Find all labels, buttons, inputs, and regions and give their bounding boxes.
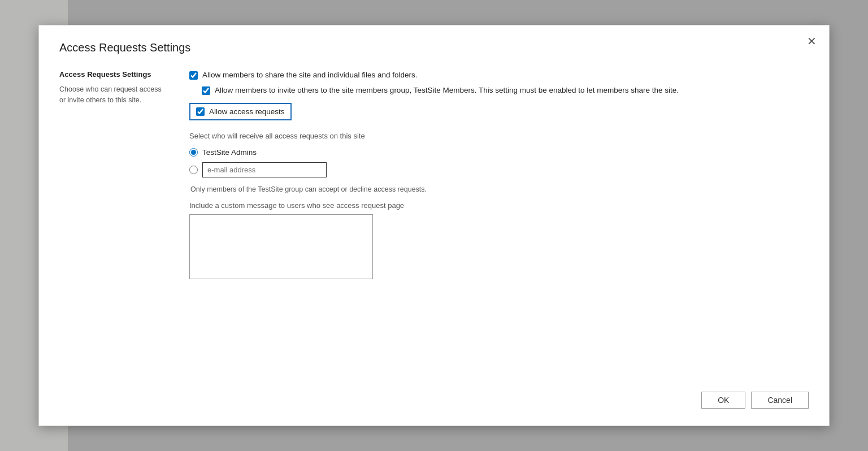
- helper-text: Only members of the TestSite group can a…: [190, 185, 809, 193]
- close-button[interactable]: ✕: [807, 36, 817, 47]
- ok-button[interactable]: OK: [701, 392, 745, 409]
- main-content: Allow members to share the site and indi…: [184, 70, 809, 281]
- radio-group: TestSite Admins: [189, 148, 809, 177]
- allow-members-invite-label: Allow members to invite others to the si…: [215, 85, 679, 96]
- allow-access-requests-checkbox[interactable]: [196, 107, 205, 116]
- email-input[interactable]: [202, 162, 327, 177]
- radio-admins-row: TestSite Admins: [189, 148, 809, 157]
- dialog-body: Access Requests Settings Choose who can …: [59, 70, 809, 281]
- dialog-title: Access Requests Settings: [59, 41, 809, 54]
- dialog-footer: OK Cancel: [701, 392, 809, 409]
- sidebar: Access Requests Settings Choose who can …: [59, 70, 184, 281]
- allow-members-invite-row: Allow members to invite others to the si…: [202, 85, 809, 96]
- custom-message-label: Include a custom message to users who se…: [189, 201, 809, 210]
- dialog: ✕ Access Requests Settings Access Reques…: [38, 25, 830, 426]
- allow-members-share-checkbox[interactable]: [189, 71, 198, 80]
- allow-access-requests-label: Allow access requests: [209, 107, 285, 116]
- cancel-button[interactable]: Cancel: [751, 392, 809, 409]
- radio-email-row: [189, 162, 809, 177]
- sidebar-heading: Access Requests Settings: [59, 70, 167, 79]
- allow-access-requests-row: Allow access requests: [189, 103, 292, 120]
- radio-email[interactable]: [189, 166, 198, 174]
- radio-admins[interactable]: [189, 148, 198, 157]
- modal-overlay: ✕ Access Requests Settings Access Reques…: [0, 0, 868, 451]
- allow-members-invite-checkbox[interactable]: [202, 86, 210, 95]
- radio-admins-label: TestSite Admins: [202, 148, 257, 157]
- allow-members-share-row: Allow members to share the site and indi…: [189, 70, 809, 81]
- select-who-label: Select who will receive all access reque…: [189, 132, 809, 140]
- sidebar-description: Choose who can request access or invite …: [59, 84, 167, 106]
- custom-message-textarea[interactable]: [189, 214, 373, 279]
- allow-members-share-label: Allow members to share the site and indi…: [202, 70, 417, 81]
